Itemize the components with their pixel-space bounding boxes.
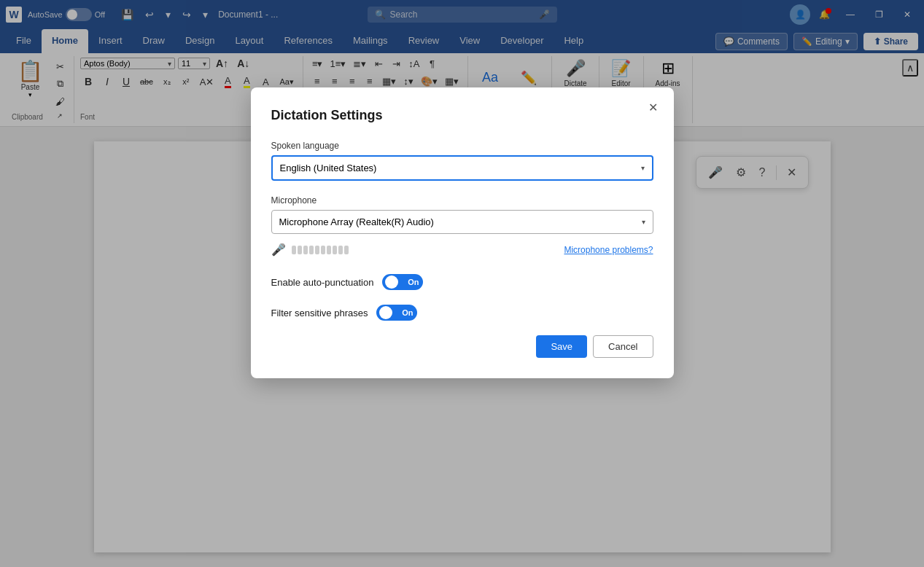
mic-bar-4 <box>309 246 314 254</box>
spoken-language-dropdown[interactable]: English (United States) ▾ <box>271 155 653 181</box>
mic-bar-6 <box>321 246 325 254</box>
mic-meter-area: 🎤 Microphone problems? <box>271 243 653 257</box>
mic-meter-icon: 🎤 <box>271 243 286 257</box>
auto-punctuation-state: On <box>408 278 419 286</box>
mic-bar-9 <box>338 246 343 254</box>
dialog-cancel-button[interactable]: Cancel <box>593 335 653 358</box>
filter-phrases-toggle[interactable]: On <box>376 305 417 321</box>
mic-bar-7 <box>327 246 331 254</box>
dialog-overlay: Dictation Settings ✕ Spoken language Eng… <box>0 127 924 567</box>
dialog-footer: Save Cancel <box>271 335 653 358</box>
mic-bar-8 <box>333 246 337 254</box>
mic-bar-1 <box>292 246 296 254</box>
mic-bar-5 <box>315 246 319 254</box>
microphone-chevron-icon: ▾ <box>642 218 645 226</box>
mic-bar-10 <box>344 246 349 254</box>
spoken-language-chevron-icon: ▾ <box>641 164 645 172</box>
mic-bar-3 <box>303 246 308 254</box>
microphone-dropdown[interactable]: Microphone Array (Realtek(R) Audio) ▾ <box>271 210 653 234</box>
auto-punctuation-toggle[interactable]: On <box>382 274 423 290</box>
microphone-value: Microphone Array (Realtek(R) Audio) <box>279 216 434 227</box>
mic-bar-2 <box>298 246 302 254</box>
microphone-problems-link[interactable]: Microphone problems? <box>564 245 653 255</box>
auto-punctuation-row: Enable auto-punctuation On <box>271 274 653 290</box>
filter-phrases-knob <box>379 306 392 319</box>
filter-phrases-state: On <box>402 308 413 317</box>
dialog-save-button[interactable]: Save <box>536 335 587 358</box>
spoken-language-label: Spoken language <box>271 141 653 151</box>
dictation-settings-dialog: Dictation Settings ✕ Spoken language Eng… <box>251 127 674 378</box>
spoken-language-value: English (United States) <box>280 163 377 173</box>
filter-phrases-row: Filter sensitive phrases On <box>271 305 653 321</box>
auto-punctuation-knob <box>385 275 398 289</box>
microphone-label: Microphone <box>271 195 653 206</box>
filter-phrases-label: Filter sensitive phrases <box>271 308 368 318</box>
document-area: 🎤 ⚙ ? ✕ Dictation Settings ✕ Spoken lang… <box>0 127 924 567</box>
auto-punctuation-label: Enable auto-punctuation <box>271 277 374 288</box>
mic-level-bars <box>292 246 349 254</box>
